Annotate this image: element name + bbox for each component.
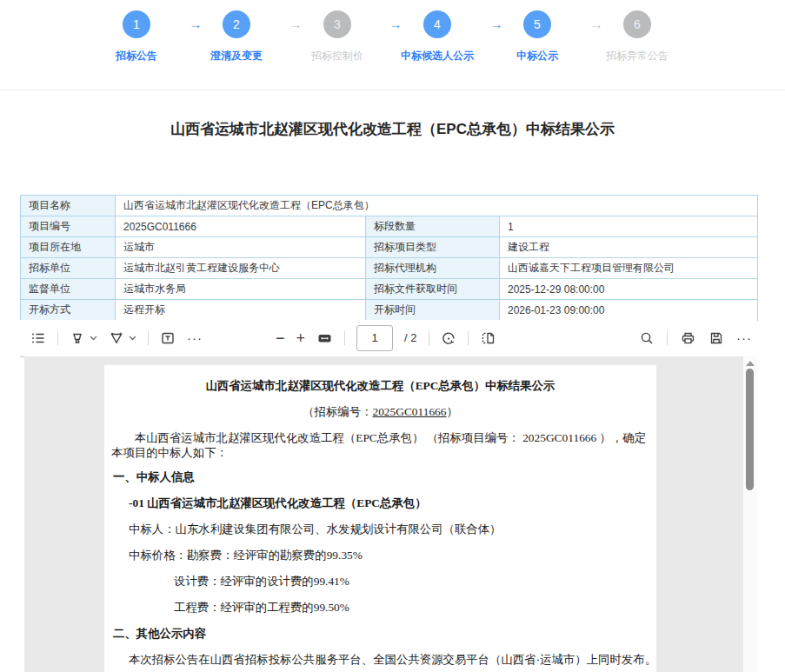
toolbar-divider: [667, 331, 668, 345]
field-label: 开标方式: [21, 300, 116, 321]
rotate-icon[interactable]: [441, 330, 456, 346]
field-label: 项目所在地: [21, 237, 116, 258]
page-number-input[interactable]: [356, 325, 393, 351]
zoom-in-icon[interactable]: +: [296, 330, 306, 346]
doc-bid-number: 2025GC011666: [372, 405, 446, 418]
toolbar-divider: [148, 331, 149, 345]
field-value: 远程开标: [116, 300, 366, 321]
field-label: 监督单位: [21, 279, 116, 300]
field-label: 项目编号: [21, 216, 116, 237]
field-label: 招标文件获取时间: [366, 279, 500, 300]
step-number: 1: [123, 10, 150, 38]
text-annotation-icon[interactable]: [160, 330, 176, 346]
field-value: 山西省运城市北赵灌区现代化改造工程（EPC总承包）: [116, 196, 758, 216]
toolbar-divider: [429, 331, 429, 345]
process-stepper: 1 招标公告 → 2 澄清及变更 → 3 招标控制价 → 4 中标候选人公示 →…: [0, 0, 785, 90]
chevron-down-icon: [90, 336, 97, 341]
table-row: 招标单位 运城市北赵引黄工程建设服务中心 招标代理机构 山西诚嘉天下工程项目管理…: [21, 258, 758, 279]
stepper-step-abnormal-announcement[interactable]: 6 招标异常公告: [576, 10, 698, 63]
step-number: 2: [223, 10, 250, 38]
table-row: 开标方式 远程开标 开标时间 2026-01-23 09:00:00: [21, 300, 758, 321]
field-value: 运城市水务局: [116, 279, 366, 300]
outline-icon[interactable]: [30, 330, 46, 346]
pdf-page: 山西省运城市北赵灌区现代化改造工程（EPC总承包）中标结果公示 （招标编号：20…: [104, 365, 656, 672]
scroll-up-arrow-icon[interactable]: [746, 361, 755, 366]
toolbar-divider: [468, 331, 469, 345]
step-number: 6: [623, 10, 651, 38]
save-icon[interactable]: [708, 330, 724, 346]
more-annotation-icon[interactable]: ···: [187, 330, 203, 346]
doc-winner-line: 中标人：山东水利建设集团有限公司、水发规划设计有限公司（联合体）: [129, 522, 502, 537]
doc-section2-title: 二、其他公示内容: [113, 626, 206, 642]
field-value: 运城市北赵引黄工程建设服务中心: [116, 258, 366, 279]
field-label: 招标单位: [21, 258, 116, 279]
step-number: 5: [523, 10, 551, 38]
field-value: 山西诚嘉天下工程项目管理有限公司: [500, 258, 758, 279]
toolbar-divider: [344, 331, 345, 345]
field-value: 运城市: [116, 237, 366, 258]
highlighter-button[interactable]: [70, 330, 97, 346]
doc-price-construction-line: 工程费：经评审的工程费的99.50%: [174, 600, 349, 615]
scrollbar-thumb[interactable]: [746, 369, 754, 490]
pdf-toolbar: ··· − + / 2: [20, 320, 757, 357]
field-value: 建设工程: [500, 237, 758, 258]
field-label: 项目名称: [21, 196, 116, 216]
field-value: 2025-12-29 08:00:00: [500, 279, 758, 300]
freehand-highlight-button[interactable]: [109, 330, 136, 346]
doc-price-survey-line: 中标价格：勘察费：经评审的勘察费的99.35%: [129, 548, 363, 563]
doc-title: 山西省运城市北赵灌区现代化改造工程（EPC总承包）中标结果公示: [104, 378, 656, 394]
doc-bid-number-line: （招标编号：2025GC011666）: [104, 404, 656, 420]
doc-package-title: -01 山西省运城市北赵灌区现代化改造工程（EPC总承包）: [129, 496, 427, 511]
page-title: 山西省运城市北赵灌区现代化改造工程（EPC总承包）中标结果公示: [0, 119, 785, 139]
chevron-down-icon: [129, 336, 136, 341]
field-value: 2026-01-23 09:00:00: [500, 300, 758, 321]
search-icon[interactable]: [639, 330, 655, 346]
print-icon[interactable]: [680, 330, 696, 346]
more-options-icon[interactable]: ···: [736, 330, 752, 346]
step-number: 4: [423, 10, 451, 38]
page-total-label: / 2: [404, 331, 416, 344]
field-value: 1: [500, 216, 758, 237]
doc-section1-title: 一、中标人信息: [113, 469, 195, 485]
table-row: 项目编号 2025GC011666 标段数量 1: [21, 216, 758, 237]
title-bar: 山西省运城市北赵灌区现代化改造工程（EPC总承包）中标结果公示: [0, 90, 785, 193]
extract-page-icon[interactable]: [480, 330, 496, 346]
table-row: 项目名称 山西省运城市北赵灌区现代化改造工程（EPC总承包）: [21, 196, 758, 216]
vertical-scrollbar[interactable]: [743, 356, 757, 672]
toolbar-divider: [57, 331, 58, 345]
table-row: 监督单位 运城市水务局 招标文件获取时间 2025-12-29 08:00:00: [21, 279, 758, 300]
step-label: 招标异常公告: [576, 49, 698, 63]
fit-width-icon[interactable]: [316, 330, 333, 346]
step-number: 3: [323, 10, 351, 38]
doc-price-design-line: 设计费：经评审的设计费的99.41%: [174, 574, 349, 589]
field-label: 招标代理机构: [366, 258, 500, 279]
field-value: 2025GC011666: [116, 216, 366, 237]
project-info-table: 项目名称 山西省运城市北赵灌区现代化改造工程（EPC总承包） 项目编号 2025…: [20, 195, 758, 321]
doc-intro-paragraph: 本山西省运城市北赵灌区现代化改造工程（EPC总承包） （招标项目编号： 2025…: [111, 430, 649, 460]
table-row: 项目所在地 运城市 招标项目类型 建设工程: [21, 237, 758, 258]
pdf-viewer: 山西省运城市北赵灌区现代化改造工程（EPC总承包）中标结果公示 （招标编号：20…: [24, 356, 757, 672]
field-label: 招标项目类型: [366, 237, 500, 258]
zoom-out-icon[interactable]: −: [276, 330, 285, 346]
field-label: 开标时间: [366, 300, 500, 321]
doc-other-content-line: 本次招标公告在山西省招标投标公共服务平台、全国公共资源交易平台（山西省·运城市）…: [129, 652, 656, 668]
field-label: 标段数量: [366, 216, 500, 237]
